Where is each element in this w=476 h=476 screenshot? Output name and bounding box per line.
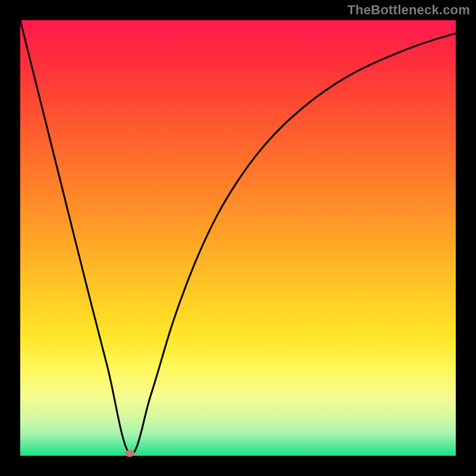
chart-frame: TheBottleneck.com (0, 0, 476, 476)
watermark-text: TheBottleneck.com (347, 2, 470, 18)
curve-path (20, 20, 456, 454)
bottleneck-curve (0, 0, 476, 476)
